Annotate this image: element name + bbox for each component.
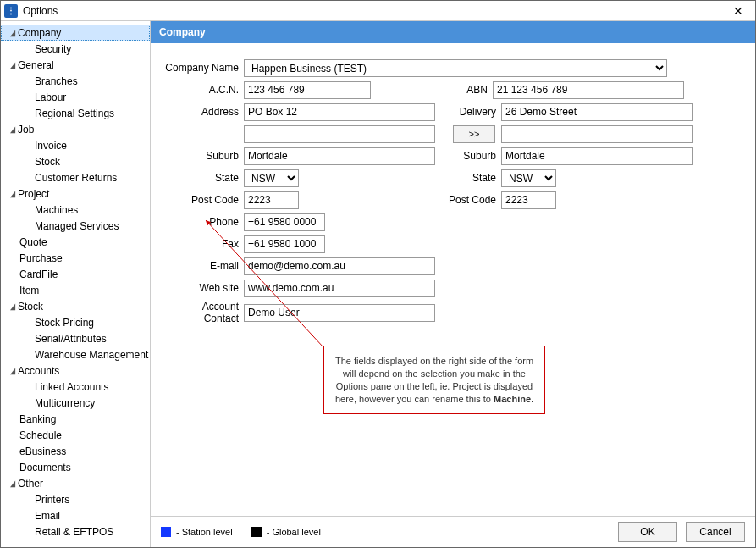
- label-state: State: [164, 172, 244, 184]
- tree-item-label: Purchase: [19, 252, 63, 264]
- tree-item-accounts[interactable]: ◢Accounts: [1, 363, 150, 379]
- tree-item-label: Security: [35, 43, 71, 55]
- email-input[interactable]: [244, 257, 435, 275]
- tree-item-purchase[interactable]: Purchase: [1, 250, 150, 266]
- tree-item-label: Other: [18, 478, 43, 490]
- tree-item-label: Stock: [35, 156, 60, 168]
- label-abn[interactable]: ABN: [383, 84, 493, 96]
- postcode-input[interactable]: [244, 191, 299, 209]
- tree-item-stock[interactable]: Stock: [1, 153, 150, 169]
- address2-input[interactable]: [244, 125, 435, 143]
- tree-item-label: Accounts: [18, 365, 59, 377]
- tree-item-label: Managed Services: [35, 220, 119, 232]
- label-dsuburb: Suburb: [447, 150, 501, 162]
- tree-item-label: General: [18, 59, 54, 71]
- window-title: Options: [23, 5, 725, 17]
- tree-item-email[interactable]: Email: [1, 507, 150, 523]
- tree-item-label: Email: [35, 510, 60, 522]
- state-select[interactable]: NSW: [244, 169, 299, 187]
- content-pane: Company Company Name Happen Business (TE…: [151, 21, 755, 547]
- close-icon[interactable]: ✕: [725, 4, 752, 18]
- tree-item-stock[interactable]: ◢Stock: [1, 298, 150, 314]
- tree-item-invoice[interactable]: Invoice: [1, 137, 150, 153]
- tree-item-label: Labour: [35, 91, 66, 103]
- website-input[interactable]: [244, 280, 435, 297]
- label-phone: Phone: [164, 216, 244, 228]
- company-name-select[interactable]: Happen Business (TEST): [244, 59, 667, 77]
- tree-item-machines[interactable]: Machines: [1, 202, 150, 218]
- help-callout: The fields displayed on the right side o…: [323, 346, 545, 414]
- chevron-down-icon[interactable]: ◢: [8, 29, 17, 37]
- tree-item-quote[interactable]: Quote: [1, 234, 150, 250]
- copy-address-button[interactable]: >>: [453, 125, 495, 143]
- chevron-down-icon[interactable]: ◢: [8, 302, 17, 311]
- acn-input[interactable]: [244, 81, 371, 99]
- tree-item-regional-settings[interactable]: Regional Settings: [1, 105, 150, 121]
- tree-item-customer-returns[interactable]: Customer Returns: [1, 169, 150, 185]
- address1-input[interactable]: [244, 103, 435, 121]
- tree-item-job[interactable]: ◢Job: [1, 121, 150, 137]
- ok-button[interactable]: OK: [618, 522, 677, 542]
- abn-input[interactable]: [493, 81, 684, 99]
- delivery-postcode-input[interactable]: [501, 191, 556, 209]
- label-account-contact: Account Contact: [164, 301, 244, 324]
- chevron-down-icon[interactable]: ◢: [8, 125, 17, 134]
- tree-item-printers[interactable]: Printers: [1, 491, 150, 507]
- tree-item-serial-attributes[interactable]: Serial/Attributes: [1, 330, 150, 346]
- tree-item-schedule[interactable]: Schedule: [1, 427, 150, 443]
- chevron-down-icon[interactable]: ◢: [8, 190, 17, 198]
- legend-station: - Station level: [161, 527, 233, 537]
- tree-item-label: Quote: [19, 236, 47, 248]
- tree-item-security[interactable]: Security: [1, 41, 150, 57]
- tree-item-managed-services[interactable]: Managed Services: [1, 218, 150, 234]
- chevron-down-icon[interactable]: ◢: [8, 479, 17, 488]
- tree-item-label: Warehouse Management: [35, 349, 148, 361]
- phone-input[interactable]: [244, 213, 325, 231]
- label-website: Web site: [164, 282, 244, 294]
- suburb-input[interactable]: [244, 147, 435, 165]
- tree-item-label: Serial/Attributes: [35, 333, 107, 345]
- station-level-swatch-icon: [161, 527, 171, 537]
- chevron-down-icon[interactable]: ◢: [8, 367, 17, 375]
- tree-item-label: Printers: [35, 494, 69, 506]
- delivery-suburb-input[interactable]: [501, 147, 693, 165]
- tree-item-stock-pricing[interactable]: Stock Pricing: [1, 314, 150, 330]
- titlebar: ⋮ Options ✕: [1, 1, 755, 21]
- delivery2-input[interactable]: [501, 125, 693, 143]
- tree-item-linked-accounts[interactable]: Linked Accounts: [1, 379, 150, 395]
- account-contact-input[interactable]: [244, 304, 435, 322]
- tree-item-general[interactable]: ◢General: [1, 57, 150, 73]
- label-delivery: Delivery: [447, 106, 501, 118]
- window-body: ◢CompanySecurity◢GeneralBranchesLabourRe…: [1, 21, 755, 547]
- tree-item-label: Project: [18, 188, 49, 200]
- chevron-down-icon[interactable]: ◢: [8, 61, 17, 69]
- tree-item-ebusiness[interactable]: eBusiness: [1, 443, 150, 459]
- delivery-state-select[interactable]: NSW: [501, 169, 556, 187]
- company-form: Company Name Happen Business (TEST) A.C.…: [151, 43, 755, 516]
- options-tree[interactable]: ◢CompanySecurity◢GeneralBranchesLabourRe…: [1, 21, 151, 547]
- label-acn: A.C.N.: [164, 84, 244, 96]
- cancel-button[interactable]: Cancel: [686, 522, 745, 542]
- tree-item-retail-eftpos[interactable]: Retail & EFTPOS: [1, 523, 150, 540]
- fax-input[interactable]: [244, 235, 325, 253]
- tree-item-branches[interactable]: Branches: [1, 73, 150, 89]
- tree-item-item[interactable]: Item: [1, 282, 150, 298]
- tree-item-label: Multicurrency: [35, 397, 95, 409]
- tree-item-label: Banking: [19, 413, 56, 425]
- tree-item-multicurrency[interactable]: Multicurrency: [1, 395, 150, 411]
- app-icon: ⋮: [4, 4, 18, 18]
- tree-item-label: Regional Settings: [35, 108, 114, 119]
- tree-item-banking[interactable]: Banking: [1, 411, 150, 427]
- tree-item-cardfile[interactable]: CardFile: [1, 266, 150, 282]
- tree-item-warehouse-management[interactable]: Warehouse Management: [1, 346, 150, 363]
- tree-item-labour[interactable]: Labour: [1, 89, 150, 105]
- tree-item-label: eBusiness: [19, 446, 66, 457]
- tree-item-company[interactable]: ◢Company: [1, 25, 150, 41]
- tree-item-other[interactable]: ◢Other: [1, 475, 150, 491]
- tree-item-project[interactable]: ◢Project: [1, 185, 150, 202]
- delivery1-input[interactable]: [501, 103, 693, 121]
- label-company-name: Company Name: [164, 62, 244, 74]
- footer-bar: - Station level - Global level OK Cancel: [151, 516, 755, 547]
- legend-global: - Global level: [251, 527, 321, 537]
- tree-item-documents[interactable]: Documents: [1, 459, 150, 475]
